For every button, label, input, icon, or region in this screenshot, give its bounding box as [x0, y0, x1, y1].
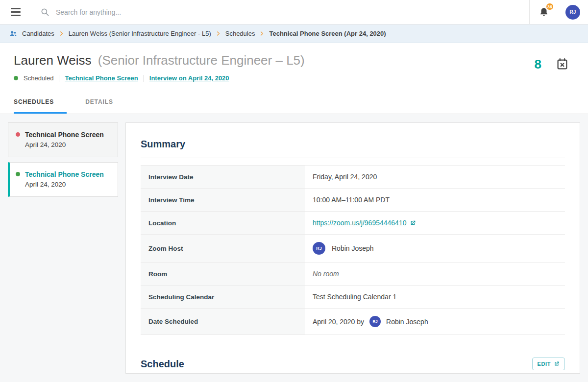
- status-dot: [14, 76, 18, 80]
- search-icon: [40, 7, 50, 17]
- date-scheduled-text: April 20, 2020 by: [313, 318, 364, 326]
- room-value: No room: [313, 270, 339, 278]
- breadcrumb-current: Technical Phone Screen (Apr 24, 2020): [269, 30, 386, 37]
- tab-details[interactable]: DETAILS: [85, 90, 113, 114]
- page-title: Lauren Weiss (Senior Infrastructure Engi…: [14, 53, 305, 68]
- divider: [59, 75, 59, 82]
- chevron-right-icon: [59, 31, 64, 36]
- row-label: Room: [141, 263, 305, 286]
- chevron-right-icon: [216, 31, 221, 36]
- content-area: Technical Phone Screen April 24, 2020 Te…: [0, 114, 588, 374]
- external-link-icon: [410, 220, 416, 226]
- summary-table: Interview Date Friday, April 24, 2020 In…: [141, 165, 565, 335]
- zoom-link[interactable]: https://zoom.us/j/96954446410: [313, 219, 416, 227]
- table-row: Location https://zoom.us/j/96954446410: [141, 212, 565, 235]
- notification-badge: 36: [545, 2, 554, 11]
- breadcrumb: Candidates Lauren Weiss (Senior Infrastr…: [0, 24, 588, 43]
- schedule-list: Technical Phone Screen April 24, 2020 Te…: [8, 122, 118, 374]
- edit-icon: [554, 361, 560, 367]
- schedule-section-header: Schedule EDIT: [141, 358, 565, 370]
- user-avatar[interactable]: RJ: [565, 5, 580, 20]
- schedule-detail-panel: Summary Interview Date Friday, April 24,…: [125, 122, 580, 374]
- schedule-item-date: April 24, 2020: [25, 181, 104, 188]
- schedule-item-date: April 24, 2020: [25, 141, 104, 148]
- divider: [141, 158, 565, 158]
- table-row: Interview Date Friday, April 24, 2020: [141, 166, 565, 189]
- divider: [144, 75, 144, 82]
- breadcrumb-schedules[interactable]: Schedules: [225, 30, 255, 37]
- zoom-link-text: https://zoom.us/j/96954446410: [313, 219, 406, 227]
- scheduler-name: Robin Joseph: [386, 318, 428, 326]
- header-actions: 8: [535, 53, 579, 82]
- row-label: Date Scheduled: [141, 309, 305, 335]
- goodtime-logo-icon[interactable]: 8: [535, 58, 541, 71]
- row-label: Interview Date: [141, 166, 305, 189]
- table-row: Zoom Host RJ Robin Joseph: [141, 235, 565, 263]
- interview-type-link[interactable]: Technical Phone Screen: [65, 74, 138, 82]
- host-name: Robin Joseph: [332, 244, 374, 252]
- candidate-name: Lauren Weiss: [14, 53, 92, 68]
- schedule-status-dot-green: [16, 172, 20, 176]
- row-label: Zoom Host: [141, 235, 305, 263]
- tab-bar: SCHEDULES DETAILS: [0, 90, 588, 114]
- notifications-button[interactable]: 36: [529, 0, 558, 24]
- cancel-calendar-icon[interactable]: [556, 58, 568, 70]
- row-label: Location: [141, 212, 305, 235]
- global-search: [40, 7, 529, 17]
- schedule-list-item[interactable]: Technical Phone Screen April 24, 2020: [8, 122, 118, 157]
- page-header: Lauren Weiss (Senior Infrastructure Engi…: [0, 43, 588, 90]
- schedule-list-item-selected[interactable]: Technical Phone Screen April 24, 2020: [8, 162, 118, 197]
- table-row: Scheduling Calendar Test Scheduling Cale…: [141, 286, 565, 309]
- host-avatar: RJ: [313, 242, 325, 255]
- table-row: Date Scheduled April 20, 2020 by RJ Robi…: [141, 309, 565, 335]
- summary-heading: Summary: [141, 139, 565, 150]
- status-line: Scheduled Technical Phone Screen Intervi…: [14, 74, 305, 82]
- status-label: Scheduled: [24, 74, 53, 82]
- menu-button[interactable]: [9, 6, 23, 18]
- scheduler-avatar: RJ: [369, 316, 381, 327]
- row-value: Test Scheduling Calendar 1: [305, 286, 565, 309]
- chevron-right-icon: [259, 31, 265, 36]
- row-label: Interview Time: [141, 189, 305, 212]
- row-value: Friday, April 24, 2020: [305, 166, 565, 189]
- table-row: Room No room: [141, 263, 565, 286]
- schedule-status-dot-red: [16, 132, 20, 137]
- zoom-host: RJ Robin Joseph: [313, 242, 557, 255]
- schedule-item-title: Technical Phone Screen: [25, 170, 104, 179]
- edit-button-label: EDIT: [538, 361, 551, 367]
- date-scheduled: April 20, 2020 by RJ Robin Joseph: [313, 316, 557, 327]
- schedule-item-info: Technical Phone Screen April 24, 2020: [25, 130, 104, 148]
- row-value: 10:00 AM–11:00 AM PDT: [305, 189, 565, 212]
- breadcrumb-candidates[interactable]: Candidates: [22, 30, 54, 37]
- search-input[interactable]: [56, 8, 291, 16]
- schedule-item-title: Technical Phone Screen: [25, 130, 104, 140]
- schedule-item-info: Technical Phone Screen April 24, 2020: [25, 170, 104, 188]
- table-row: Interview Time 10:00 AM–11:00 AM PDT: [141, 189, 565, 212]
- tab-schedules[interactable]: SCHEDULES: [14, 90, 67, 114]
- interview-date-link[interactable]: Interview on April 24, 2020: [149, 74, 229, 82]
- candidate-role: (Senior Infrastructure Engineer – L5): [98, 53, 305, 68]
- schedule-heading: Schedule: [141, 358, 184, 370]
- topbar-right: 36 RJ: [529, 0, 588, 24]
- row-label: Scheduling Calendar: [141, 286, 305, 309]
- topbar: 36 RJ: [0, 0, 588, 24]
- breadcrumb-candidate[interactable]: Lauren Weiss (Senior Infrastructure Engi…: [69, 30, 211, 37]
- candidates-icon: [9, 29, 18, 38]
- edit-button[interactable]: EDIT: [532, 358, 565, 370]
